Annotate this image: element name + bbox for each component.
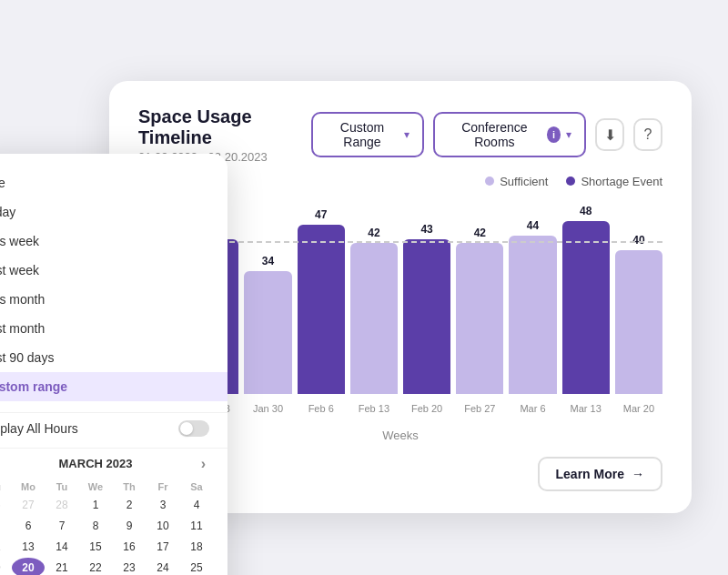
bar-group: 47Feb 6 — [298, 221, 345, 394]
calendar-day[interactable]: 14 — [46, 537, 78, 557]
bar-value: 42 — [368, 227, 379, 239]
calendar-day[interactable]: 18 — [180, 537, 213, 557]
calendar-day[interactable]: 2 — [113, 495, 146, 515]
arrow-icon: → — [632, 467, 644, 481]
bar-label: Mar 6 — [520, 403, 545, 414]
chevron-down-icon-2: ▾ — [566, 128, 571, 141]
bar-group: 34Jan 30 — [244, 221, 291, 394]
menu-item[interactable]: Last month — [0, 314, 228, 343]
bar-label: Feb 13 — [359, 403, 389, 414]
bar-label: Jan 30 — [253, 403, 283, 414]
shortage-label: Shortage Event — [581, 175, 662, 188]
bar-label: Feb 20 — [411, 403, 442, 414]
display-all-hours-row: Display All Hours — [0, 412, 228, 444]
calendar-day[interactable]: 11 — [180, 516, 213, 536]
toggle-knob — [180, 422, 193, 435]
legend-shortage: Shortage Event — [566, 175, 662, 188]
help-button[interactable]: ? — [633, 118, 662, 151]
calendar-day[interactable]: 4 — [180, 495, 213, 515]
calendar-day[interactable]: 9 — [113, 516, 146, 536]
bar — [350, 243, 398, 394]
bar-label: Feb 27 — [464, 403, 495, 414]
menu-item[interactable]: This week — [0, 227, 228, 256]
calendar-day[interactable]: 26 — [0, 495, 11, 515]
calendar-day[interactable]: 3 — [147, 495, 179, 515]
conference-rooms-dropdown[interactable]: Conference Rooms i ▾ — [433, 112, 586, 157]
bar-group: 42Feb 13 — [350, 221, 398, 394]
menu-item[interactable]: This month — [0, 285, 228, 314]
menu-item[interactable]: Today — [0, 197, 228, 227]
custom-range-label: Custom Range — [326, 120, 399, 149]
bar-value: 47 — [315, 208, 327, 221]
calendar-day-header: Su — [0, 479, 11, 494]
bar-group: 44Mar 6 — [509, 221, 556, 394]
shortage-dot — [566, 177, 575, 186]
menu-item[interactable]: Last week — [0, 256, 228, 285]
calendar-day-header: Mo — [12, 479, 45, 494]
menu-item[interactable]: Custom range — [0, 372, 228, 401]
download-icon: ⬇ — [604, 126, 616, 144]
calendar-day[interactable]: 20 — [12, 558, 45, 576]
bar-label: Mar 20 — [623, 403, 654, 414]
calendar-day[interactable]: 23 — [113, 558, 146, 576]
calendar-day[interactable]: 7 — [46, 516, 78, 536]
bar-group: 40Mar 20 — [615, 221, 662, 394]
bar-group: 42Feb 27 — [456, 221, 503, 394]
calendar-day[interactable]: 22 — [79, 558, 112, 576]
chevron-down-icon: ▾ — [404, 128, 410, 141]
calendar-day[interactable]: 5 — [0, 516, 11, 536]
bar-value: 34 — [262, 255, 274, 267]
menu-list: LiveTodayThis weekLast weekThis monthLas… — [0, 168, 228, 409]
bar-group: 48Mar 13 — [562, 221, 610, 394]
calendar-mini: ‹ MARCH 2023 › SuMoTuWeThFrSa26272812345… — [0, 448, 228, 576]
page-title: Space Usage Timeline — [138, 106, 311, 148]
bar — [456, 243, 503, 394]
calendar-day[interactable]: 8 — [79, 516, 112, 536]
calendar-day[interactable]: 10 — [147, 516, 179, 536]
display-all-hours-label: Display All Hours — [0, 421, 78, 436]
learn-more-label: Learn More — [556, 467, 624, 481]
calendar-day[interactable]: 19 — [0, 558, 11, 576]
calendar-day[interactable]: 28 — [46, 495, 78, 515]
next-month-button[interactable]: › — [197, 456, 209, 472]
bar-value: 48 — [580, 205, 592, 217]
bar-value: 43 — [420, 223, 432, 236]
menu-item[interactable]: Last 90 days — [0, 343, 228, 372]
conference-rooms-label: Conference Rooms — [448, 120, 541, 149]
display-all-toggle[interactable] — [178, 420, 209, 437]
calendar-day[interactable]: 17 — [147, 537, 179, 557]
calendar-day[interactable]: 6 — [12, 516, 45, 536]
bar — [298, 225, 345, 394]
bar — [615, 250, 662, 394]
calendar-day[interactable]: 21 — [46, 558, 78, 576]
calendar-day-header: Fr — [147, 479, 179, 494]
calendar-day[interactable]: 25 — [180, 558, 213, 576]
bar — [509, 236, 556, 394]
custom-range-dropdown[interactable]: Custom Range ▾ — [311, 112, 424, 157]
calendar-day-header: Th — [113, 479, 146, 494]
bar-value: 42 — [474, 227, 486, 239]
controls: Custom Range ▾ Conference Rooms i ▾ ⬇ ? — [311, 112, 662, 157]
calendar-day[interactable]: 1 — [79, 495, 112, 515]
bar-label: Feb 6 — [308, 403, 334, 414]
download-button[interactable]: ⬇ — [595, 118, 624, 151]
calendar-panel: LiveTodayThis weekLast weekThis monthLas… — [0, 154, 228, 576]
learn-more-button[interactable]: Learn More → — [538, 457, 662, 491]
calendar-day[interactable]: 27 — [12, 495, 45, 515]
calendar-day[interactable]: 16 — [113, 537, 146, 557]
menu-item[interactable]: Live — [0, 168, 228, 197]
bar-group: 43Feb 20 — [403, 221, 450, 394]
month-year-label: MARCH 2023 — [59, 457, 133, 470]
calendar-day-header: We — [79, 479, 112, 494]
main-card: Space Usage Timeline 01.02.2023 - 03.20.… — [109, 81, 692, 513]
info-icon: i — [547, 126, 561, 143]
help-icon: ? — [644, 126, 652, 143]
bar — [403, 239, 450, 394]
sufficient-label: Sufficient — [500, 175, 548, 188]
calendar-day-header: Sa — [180, 479, 213, 494]
calendar-day[interactable]: 24 — [147, 558, 179, 576]
calendar-day[interactable]: 15 — [79, 537, 112, 557]
calendar-day[interactable]: 13 — [12, 537, 45, 557]
sufficient-dot — [485, 177, 494, 186]
calendar-day[interactable]: 12 — [0, 537, 11, 557]
